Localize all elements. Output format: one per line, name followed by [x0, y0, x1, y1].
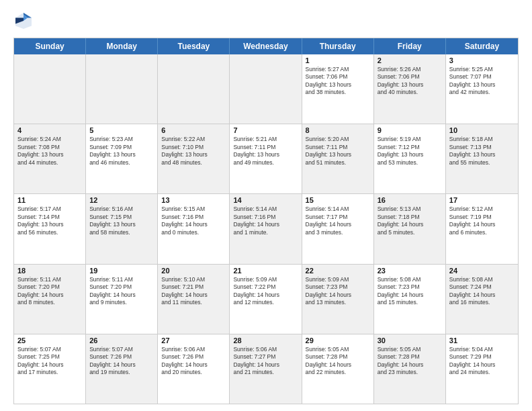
calendar-cell-6: 6Sunrise: 5:22 AM Sunset: 7:10 PM Daylig… — [158, 124, 230, 193]
calendar-header: SundayMondayTuesdayWednesdayThursdayFrid… — [14, 38, 518, 54]
calendar-cell-17: 17Sunrise: 5:12 AM Sunset: 7:19 PM Dayli… — [446, 194, 518, 263]
cell-info: Sunrise: 5:17 AM Sunset: 7:14 PM Dayligh… — [17, 205, 82, 236]
day-number: 7 — [233, 126, 298, 134]
calendar-cell-26: 26Sunrise: 5:07 AM Sunset: 7:26 PM Dayli… — [86, 334, 158, 404]
calendar-cell-25: 25Sunrise: 5:07 AM Sunset: 7:25 PM Dayli… — [14, 334, 86, 404]
day-number: 12 — [89, 196, 154, 204]
day-number: 6 — [161, 126, 226, 134]
cell-info: Sunrise: 5:12 AM Sunset: 7:19 PM Dayligh… — [449, 205, 515, 236]
calendar-cell-3: 3Sunrise: 5:25 AM Sunset: 7:07 PM Daylig… — [446, 54, 518, 124]
calendar-cell-7: 7Sunrise: 5:21 AM Sunset: 7:11 PM Daylig… — [230, 124, 302, 193]
calendar-cell-14: 14Sunrise: 5:14 AM Sunset: 7:16 PM Dayli… — [230, 194, 302, 263]
calendar-cell-empty-0-3 — [230, 54, 302, 124]
day-number: 20 — [161, 267, 226, 275]
calendar-row-2: 4Sunrise: 5:24 AM Sunset: 7:08 PM Daylig… — [14, 124, 518, 194]
calendar-cell-24: 24Sunrise: 5:08 AM Sunset: 7:24 PM Dayli… — [446, 265, 518, 334]
cell-info: Sunrise: 5:09 AM Sunset: 7:23 PM Dayligh… — [306, 276, 370, 307]
weekday-header-thursday: Thursday — [302, 38, 374, 54]
day-number: 26 — [89, 336, 154, 345]
calendar-row-4: 18Sunrise: 5:11 AM Sunset: 7:20 PM Dayli… — [14, 265, 518, 334]
calendar-cell-19: 19Sunrise: 5:11 AM Sunset: 7:20 PM Dayli… — [86, 265, 158, 334]
cell-info: Sunrise: 5:05 AM Sunset: 7:28 PM Dayligh… — [378, 346, 442, 377]
day-number: 19 — [89, 267, 154, 275]
calendar-cell-empty-0-1 — [86, 54, 158, 124]
cell-info: Sunrise: 5:07 AM Sunset: 7:25 PM Dayligh… — [17, 346, 82, 377]
weekday-header-monday: Monday — [86, 38, 158, 54]
page: SundayMondayTuesdayWednesdayThursdayFrid… — [0, 0, 532, 411]
calendar-cell-2: 2Sunrise: 5:26 AM Sunset: 7:06 PM Daylig… — [374, 54, 446, 124]
day-number: 17 — [449, 196, 515, 204]
cell-info: Sunrise: 5:08 AM Sunset: 7:24 PM Dayligh… — [449, 276, 515, 307]
cell-info: Sunrise: 5:08 AM Sunset: 7:23 PM Dayligh… — [378, 276, 442, 307]
calendar-cell-10: 10Sunrise: 5:18 AM Sunset: 7:13 PM Dayli… — [446, 124, 518, 193]
cell-info: Sunrise: 5:13 AM Sunset: 7:18 PM Dayligh… — [378, 205, 442, 236]
cell-info: Sunrise: 5:10 AM Sunset: 7:21 PM Dayligh… — [161, 276, 226, 307]
day-number: 27 — [161, 336, 226, 345]
calendar-cell-5: 5Sunrise: 5:23 AM Sunset: 7:09 PM Daylig… — [86, 124, 158, 193]
day-number: 5 — [89, 126, 154, 134]
logo — [13, 11, 36, 31]
logo-icon — [13, 11, 34, 31]
day-number: 11 — [17, 196, 82, 204]
weekday-header-tuesday: Tuesday — [158, 38, 230, 54]
calendar-row-5: 25Sunrise: 5:07 AM Sunset: 7:25 PM Dayli… — [14, 334, 518, 404]
calendar-cell-28: 28Sunrise: 5:06 AM Sunset: 7:27 PM Dayli… — [230, 334, 302, 404]
cell-info: Sunrise: 5:25 AM Sunset: 7:07 PM Dayligh… — [449, 66, 515, 97]
cell-info: Sunrise: 5:27 AM Sunset: 7:06 PM Dayligh… — [306, 66, 370, 97]
calendar-cell-1: 1Sunrise: 5:27 AM Sunset: 7:06 PM Daylig… — [302, 54, 374, 124]
calendar-cell-31: 31Sunrise: 5:04 AM Sunset: 7:29 PM Dayli… — [446, 334, 518, 404]
calendar-cell-23: 23Sunrise: 5:08 AM Sunset: 7:23 PM Dayli… — [374, 265, 446, 334]
calendar-cell-9: 9Sunrise: 5:19 AM Sunset: 7:12 PM Daylig… — [374, 124, 446, 193]
cell-info: Sunrise: 5:04 AM Sunset: 7:29 PM Dayligh… — [449, 346, 515, 377]
day-number: 16 — [378, 196, 442, 204]
cell-info: Sunrise: 5:21 AM Sunset: 7:11 PM Dayligh… — [233, 136, 298, 167]
weekday-header-friday: Friday — [374, 38, 446, 54]
cell-info: Sunrise: 5:20 AM Sunset: 7:11 PM Dayligh… — [306, 136, 370, 167]
calendar-cell-11: 11Sunrise: 5:17 AM Sunset: 7:14 PM Dayli… — [14, 194, 86, 263]
day-number: 14 — [233, 196, 298, 204]
calendar-cell-13: 13Sunrise: 5:15 AM Sunset: 7:16 PM Dayli… — [158, 194, 230, 263]
calendar-cell-empty-0-0 — [14, 54, 86, 124]
day-number: 13 — [161, 196, 226, 204]
day-number: 8 — [306, 126, 370, 134]
calendar-cell-18: 18Sunrise: 5:11 AM Sunset: 7:20 PM Dayli… — [14, 265, 86, 334]
calendar-cell-29: 29Sunrise: 5:05 AM Sunset: 7:28 PM Dayli… — [302, 334, 374, 404]
cell-info: Sunrise: 5:16 AM Sunset: 7:15 PM Dayligh… — [89, 205, 154, 236]
header — [13, 11, 519, 31]
calendar-cell-4: 4Sunrise: 5:24 AM Sunset: 7:08 PM Daylig… — [14, 124, 86, 193]
day-number: 1 — [306, 56, 370, 64]
day-number: 18 — [17, 267, 82, 275]
calendar-cell-12: 12Sunrise: 5:16 AM Sunset: 7:15 PM Dayli… — [86, 194, 158, 263]
calendar-cell-8: 8Sunrise: 5:20 AM Sunset: 7:11 PM Daylig… — [302, 124, 374, 193]
calendar-row-1: 1Sunrise: 5:27 AM Sunset: 7:06 PM Daylig… — [14, 54, 518, 124]
day-number: 9 — [378, 126, 442, 134]
day-number: 23 — [378, 267, 442, 275]
calendar-cell-27: 27Sunrise: 5:06 AM Sunset: 7:26 PM Dayli… — [158, 334, 230, 404]
day-number: 2 — [378, 56, 442, 64]
cell-info: Sunrise: 5:11 AM Sunset: 7:20 PM Dayligh… — [89, 276, 154, 307]
day-number: 10 — [449, 126, 515, 134]
weekday-header-wednesday: Wednesday — [230, 38, 302, 54]
calendar-cell-21: 21Sunrise: 5:09 AM Sunset: 7:22 PM Dayli… — [230, 265, 302, 334]
day-number: 30 — [378, 336, 442, 345]
cell-info: Sunrise: 5:15 AM Sunset: 7:16 PM Dayligh… — [161, 205, 226, 236]
cell-info: Sunrise: 5:22 AM Sunset: 7:10 PM Dayligh… — [161, 136, 226, 167]
day-number: 22 — [306, 267, 370, 275]
day-number: 25 — [17, 336, 82, 345]
cell-info: Sunrise: 5:11 AM Sunset: 7:20 PM Dayligh… — [17, 276, 82, 307]
cell-info: Sunrise: 5:23 AM Sunset: 7:09 PM Dayligh… — [89, 136, 154, 167]
calendar-body: 1Sunrise: 5:27 AM Sunset: 7:06 PM Daylig… — [14, 54, 518, 404]
day-number: 28 — [233, 336, 298, 345]
day-number: 4 — [17, 126, 82, 134]
calendar-cell-20: 20Sunrise: 5:10 AM Sunset: 7:21 PM Dayli… — [158, 265, 230, 334]
weekday-header-saturday: Saturday — [446, 38, 518, 54]
day-number: 24 — [449, 267, 515, 275]
day-number: 3 — [449, 56, 515, 64]
cell-info: Sunrise: 5:07 AM Sunset: 7:26 PM Dayligh… — [89, 346, 154, 377]
calendar-cell-30: 30Sunrise: 5:05 AM Sunset: 7:28 PM Dayli… — [374, 334, 446, 404]
day-number: 29 — [306, 336, 370, 345]
cell-info: Sunrise: 5:19 AM Sunset: 7:12 PM Dayligh… — [378, 136, 442, 167]
cell-info: Sunrise: 5:14 AM Sunset: 7:16 PM Dayligh… — [233, 205, 298, 236]
cell-info: Sunrise: 5:05 AM Sunset: 7:28 PM Dayligh… — [306, 346, 370, 377]
cell-info: Sunrise: 5:26 AM Sunset: 7:06 PM Dayligh… — [378, 66, 442, 97]
